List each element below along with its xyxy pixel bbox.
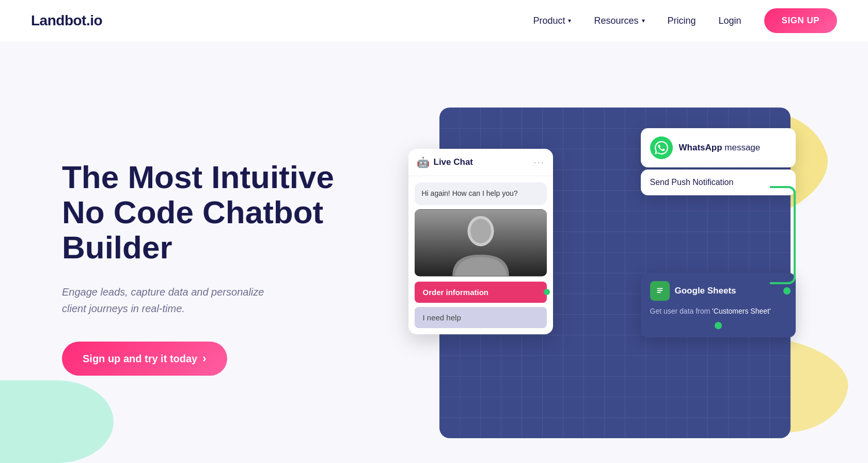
more-options-icon[interactable]: ··· (533, 157, 544, 168)
cta-button[interactable]: Sign up and try it today › (62, 342, 227, 376)
nav-links: Product ▾ Resources ▾ Pricing Login SIGN… (533, 8, 837, 33)
navbar: Landbot.io Product ▾ Resources ▾ Pricing… (0, 0, 868, 41)
whatsapp-card: WhatsApp message (641, 128, 796, 167)
chevron-down-icon: ▾ (642, 17, 645, 24)
whatsapp-text: WhatsApp message (679, 143, 761, 153)
hero-illustration: 🤖 Live Chat ··· Hi again! How can I help… (392, 97, 837, 438)
whatsapp-icon (650, 136, 673, 159)
live-chat-title-row: 🤖 Live Chat (417, 156, 474, 168)
chevron-down-icon: ▾ (568, 17, 571, 24)
live-chat-header: 🤖 Live Chat ··· (408, 149, 553, 176)
chat-photo (415, 209, 547, 276)
logo[interactable]: Landbot.io (31, 12, 102, 29)
connector-dot-bottom (715, 322, 722, 329)
order-info-button[interactable]: Order information (415, 282, 547, 303)
chat-emoji-icon: 🤖 (417, 156, 430, 168)
nav-product[interactable]: Product ▾ (533, 16, 571, 26)
connector-bracket (770, 186, 796, 284)
dashboard-background: 🤖 Live Chat ··· Hi again! How can I help… (439, 107, 791, 438)
connector-dot (544, 289, 550, 295)
google-sheets-title: Google Sheets (675, 286, 736, 296)
live-chat-title: Live Chat (434, 157, 474, 167)
signup-button[interactable]: SIGN UP (764, 8, 837, 33)
cta-label: Sign up and try it today (83, 353, 197, 365)
live-chat-card: 🤖 Live Chat ··· Hi again! How can I help… (408, 149, 553, 334)
hero-subtitle: Engage leads, capture data and personali… (62, 284, 289, 317)
svg-rect-4 (657, 288, 662, 289)
nav-login[interactable]: Login (719, 16, 741, 26)
decorative-blob-green (0, 380, 114, 463)
hero-title: The Most Intuitive No Code Chatbot Build… (62, 160, 351, 266)
connector-dot-right (783, 287, 791, 295)
push-text: Send Push Notification (650, 178, 734, 187)
hero-left-content: The Most Intuitive No Code Chatbot Build… (62, 160, 351, 376)
cta-arrow-icon: › (202, 352, 206, 365)
svg-rect-6 (657, 292, 660, 293)
google-card-body: Get user data from 'Customers Sheet' (650, 306, 786, 317)
hero-section: The Most Intuitive No Code Chatbot Build… (0, 41, 868, 463)
google-sheets-icon (650, 281, 670, 301)
nav-pricing[interactable]: Pricing (668, 16, 696, 26)
google-card-header: Google Sheets (650, 281, 786, 301)
svg-point-2 (470, 219, 491, 243)
svg-rect-5 (657, 290, 662, 291)
help-button[interactable]: I need help (415, 307, 547, 328)
chat-bubble: Hi again! How can I help you? (415, 182, 547, 205)
nav-resources[interactable]: Resources ▾ (594, 16, 644, 26)
